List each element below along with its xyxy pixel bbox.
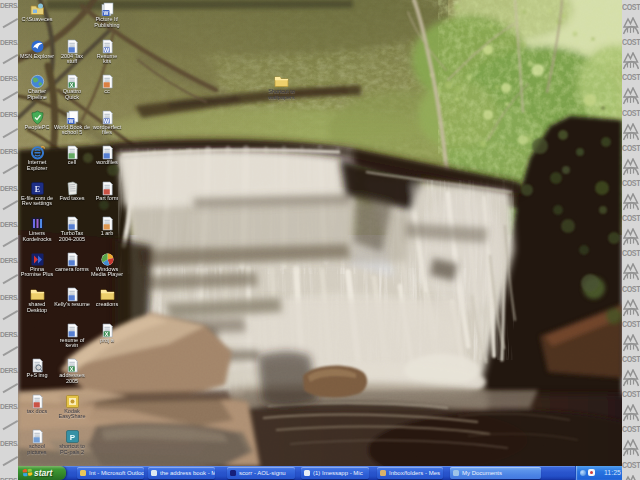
svg-text:W: W <box>68 118 73 124</box>
svg-text:X: X <box>104 331 108 337</box>
svg-text:P: P <box>69 433 75 442</box>
svg-text:X: X <box>69 82 73 88</box>
svg-text:W: W <box>104 47 110 53</box>
svg-text:W: W <box>104 118 110 124</box>
svg-text:E: E <box>34 185 39 194</box>
svg-text:X: X <box>69 366 73 372</box>
svg-text:W: W <box>103 10 108 16</box>
